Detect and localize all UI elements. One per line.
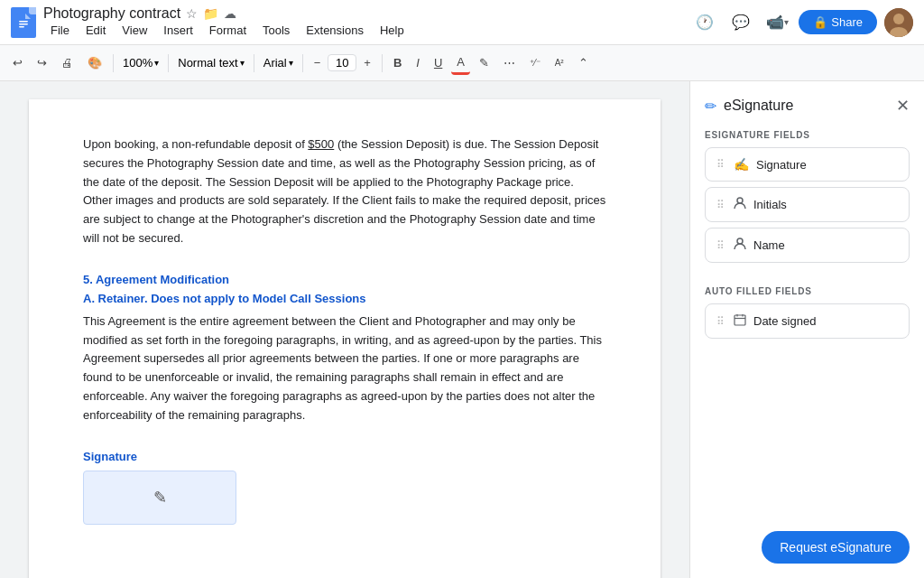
- esig-field-name[interactable]: ⠿ Name: [705, 228, 910, 263]
- toolbar: ↩ ↪ 🖨 🎨 100% ▾ Normal text ▾ Arial ▾ − +…: [0, 45, 924, 81]
- strikethrough-button[interactable]: ⁺∕⁻: [524, 54, 546, 71]
- esig-auto-label: AUTO FILLED FIELDS: [705, 286, 910, 296]
- avatar[interactable]: [884, 8, 913, 37]
- bold-button[interactable]: B: [388, 52, 407, 73]
- print-button[interactable]: 🖨: [56, 52, 79, 73]
- sep3: [254, 54, 254, 72]
- esig-field-date-signed[interactable]: ⠿ Date signed: [705, 303, 910, 339]
- star-icon[interactable]: ☆: [186, 6, 198, 21]
- underline-button[interactable]: U: [429, 52, 448, 73]
- menu-tools[interactable]: Tools: [255, 22, 297, 39]
- menu-file[interactable]: File: [43, 22, 77, 39]
- signature-box[interactable]: ✎: [83, 471, 236, 525]
- top-right: 🕐 💬 📹 ▾ 🔒 Share: [690, 8, 913, 37]
- lock-icon: 🔒: [813, 15, 827, 29]
- esig-auto-fields-section: AUTO FILLED FIELDS ⠿ Date signed: [705, 286, 910, 344]
- share-button[interactable]: 🔒 Share: [799, 10, 877, 34]
- meet-icon[interactable]: 📹 ▾: [762, 8, 791, 37]
- esignature-close-button[interactable]: ✕: [896, 96, 910, 116]
- esig-field-initials[interactable]: ⠿ Initials: [705, 187, 910, 222]
- text-color-button[interactable]: A: [451, 51, 470, 75]
- drag-handle-signature: ⠿: [716, 158, 725, 171]
- drag-handle-initials: ⠿: [716, 199, 725, 211]
- sep1: [113, 54, 114, 72]
- esignature-panel: ✏ eSignature ✕ ESIGNATURE FIELDS ⠿ ✍ Sig…: [689, 81, 924, 578]
- esig-field-signature[interactable]: ⠿ ✍ Signature: [705, 147, 910, 182]
- menu-view[interactable]: View: [115, 22, 154, 39]
- document-area[interactable]: Upon booking, a non-refundable deposit o…: [0, 81, 689, 578]
- font-chevron: ▾: [289, 58, 293, 68]
- paint-format-button[interactable]: 🎨: [82, 52, 107, 73]
- signature-field-label: Signature: [756, 158, 807, 172]
- esignature-pen-icon: ✏: [705, 98, 716, 115]
- svg-rect-10: [735, 315, 745, 325]
- drag-handle-name: ⠿: [716, 239, 725, 252]
- esignature-title-row: ✏ eSignature: [705, 98, 793, 115]
- font-select[interactable]: Arial ▾: [260, 54, 297, 71]
- font-size-input[interactable]: [328, 54, 356, 71]
- cloud-icon[interactable]: ☁: [224, 6, 236, 21]
- body-paragraph-1: Upon booking, a non-refundable deposit o…: [83, 135, 606, 248]
- font-size-decrease[interactable]: −: [309, 52, 327, 73]
- undo-button[interactable]: ↩: [7, 52, 28, 73]
- name-field-icon: [734, 238, 746, 253]
- date-signed-icon: [734, 313, 746, 329]
- style-select[interactable]: Normal text ▾: [174, 54, 247, 71]
- esignature-header: ✏ eSignature ✕: [705, 96, 910, 116]
- superscript-button[interactable]: A²: [550, 54, 569, 71]
- expand-toolbar-button[interactable]: ⌃: [573, 52, 594, 73]
- sep4: [302, 54, 303, 72]
- font-size-increase[interactable]: +: [358, 52, 376, 73]
- sep5: [382, 54, 383, 72]
- svg-rect-2: [19, 21, 28, 23]
- svg-point-6: [893, 14, 904, 24]
- sep2: [168, 54, 169, 72]
- svg-point-9: [737, 238, 743, 244]
- style-chevron: ▾: [240, 58, 245, 68]
- main-layout: Upon booking, a non-refundable deposit o…: [0, 81, 924, 578]
- menu-edit[interactable]: Edit: [79, 22, 113, 39]
- zoom-chevron: ▾: [154, 58, 159, 68]
- request-esignature-button[interactable]: Request eSignature: [762, 531, 910, 564]
- menu-extensions[interactable]: Extensions: [299, 22, 371, 39]
- svg-rect-4: [19, 26, 24, 28]
- redo-button[interactable]: ↪: [32, 52, 52, 73]
- italic-button[interactable]: I: [411, 52, 425, 73]
- date-signed-label: Date signed: [753, 314, 816, 328]
- top-bar: Photography contract ☆ 📁 ☁ File Edit Vie…: [0, 0, 924, 45]
- comment-icon[interactable]: 💬: [726, 8, 755, 37]
- drag-handle-date: ⠿: [716, 315, 725, 328]
- menu-insert[interactable]: Insert: [156, 22, 200, 39]
- initials-field-icon: [734, 197, 746, 212]
- svg-rect-0: [16, 14, 31, 32]
- esig-fields-section: ESIGNATURE FIELDS ⠿ ✍ Signature ⠿ Initia…: [705, 130, 910, 268]
- menu-format[interactable]: Format: [202, 22, 254, 39]
- doc-title: Photography contract: [43, 5, 180, 22]
- signature-label: Signature: [83, 450, 606, 463]
- section5a-subtitle: A. Retainer. Does not apply to Model Cal…: [83, 292, 606, 305]
- name-field-label: Name: [753, 238, 785, 252]
- font-size-control: − +: [309, 52, 376, 73]
- history-icon[interactable]: 🕐: [690, 8, 719, 37]
- section5-title: 5. Agreement Modification: [83, 273, 606, 286]
- more-button[interactable]: ⋯: [498, 52, 521, 73]
- app-icon: [11, 7, 36, 38]
- folder-icon[interactable]: 📁: [203, 6, 218, 21]
- signature-pen-icon: ✎: [153, 488, 167, 508]
- doc-page: Upon booking, a non-refundable deposit o…: [29, 99, 661, 578]
- menu-help[interactable]: Help: [373, 22, 411, 39]
- body-paragraph-2: This Agreement is the entire agreement b…: [83, 312, 606, 425]
- svg-rect-3: [19, 23, 28, 25]
- zoom-select[interactable]: 100% ▾: [119, 54, 162, 71]
- svg-point-8: [737, 198, 743, 203]
- highlight-button[interactable]: ✎: [474, 52, 494, 73]
- title-section: Photography contract ☆ 📁 ☁ File Edit Vie…: [43, 5, 683, 39]
- esig-fields-label: ESIGNATURE FIELDS: [705, 130, 910, 140]
- esignature-title: eSignature: [724, 98, 793, 114]
- menu-bar: File Edit View Insert Format Tools Exten…: [43, 22, 683, 39]
- signature-field-icon: ✍: [734, 157, 749, 172]
- initials-field-label: Initials: [753, 198, 787, 211]
